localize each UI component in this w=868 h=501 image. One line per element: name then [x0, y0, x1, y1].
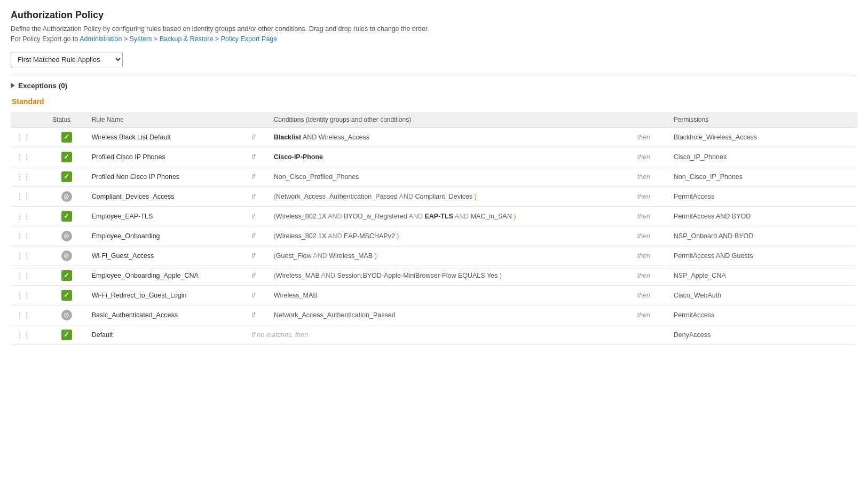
- drag-handle[interactable]: ⋮⋮: [11, 226, 47, 246]
- if-keyword: if: [252, 213, 255, 220]
- rule-name: Profiled Cisco IP Phones: [86, 147, 247, 167]
- status-check-green: ✓: [61, 211, 72, 222]
- triangle-icon: [11, 83, 15, 88]
- table-row: ⋮⋮✓Employee_Onboarding_Apple_CNAif(Wirel…: [11, 265, 857, 285]
- page-description: Define the Authorization Policy by confi…: [11, 24, 857, 44]
- drag-icon: ⋮⋮: [16, 133, 32, 142]
- if-label: if: [247, 226, 269, 246]
- backup-restore-link[interactable]: Backup & Restore: [160, 35, 214, 43]
- policy-export-link[interactable]: Policy Export Page: [221, 35, 278, 43]
- status-cell: ✓: [47, 167, 86, 186]
- if-keyword: if: [252, 311, 255, 319]
- status-cell: ✓: [47, 265, 86, 285]
- conditions-cell: Cisco-IP-Phone: [269, 147, 632, 167]
- rule-name: Compliant_Devices_Access: [86, 186, 247, 206]
- drag-icon: ⋮⋮: [16, 192, 32, 201]
- condition-text: BYOD_is_Registered: [344, 213, 407, 220]
- status-cell: ✓: [47, 206, 86, 226]
- then-label: then: [632, 285, 668, 305]
- table-row: ⋮⋮✓Wireless Black List DefaultifBlacklis…: [11, 127, 857, 147]
- drag-icon: ⋮⋮: [16, 291, 32, 300]
- rule-name: Wireless Black List Default: [86, 127, 247, 147]
- condition-text: EAP-TLS: [424, 213, 453, 220]
- condition-and: AND: [312, 252, 329, 260]
- drag-icon: ⋮⋮: [16, 212, 32, 221]
- status-cell: ✓: [47, 127, 86, 147]
- if-keyword: if: [252, 193, 255, 200]
- then-label: then: [632, 305, 668, 325]
- conditions-cell: (Network_Access_Authentication_Passed AN…: [269, 186, 632, 206]
- permission-value: PermitAccess AND BYOD: [674, 213, 751, 220]
- permission-value: NSP_Onboard AND BYOD: [674, 232, 753, 240]
- if-label: if: [247, 167, 269, 186]
- permission-value: PermitAccess: [674, 193, 714, 200]
- drag-handle[interactable]: ⋮⋮: [11, 167, 47, 186]
- rule-name: Profiled Non Cisco IP Phones: [86, 167, 247, 186]
- drag-handle[interactable]: ⋮⋮: [11, 147, 47, 167]
- if-keyword: if: [252, 252, 255, 260]
- conditions-cell: (Wireless_802.1X AND EAP-MSCHAPv2 ): [269, 226, 632, 246]
- condition-text: AND Wireless_Access: [301, 134, 369, 141]
- col-perm-header: Permissions: [668, 112, 857, 128]
- then-label: then: [632, 147, 668, 167]
- if-label: if: [247, 305, 269, 325]
- then-keyword: then: [637, 173, 650, 181]
- if-label: if: [247, 265, 269, 285]
- drag-handle[interactable]: ⋮⋮: [11, 127, 47, 147]
- status-cell: ⊘: [47, 246, 86, 265]
- condition-text: MAC_in_SAN: [471, 213, 512, 220]
- drag-icon: ⋮⋮: [16, 331, 32, 339]
- condition-text: Compliant_Devices: [415, 193, 472, 200]
- permissions-cell: PermitAccess: [668, 305, 857, 325]
- drag-icon: ⋮⋮: [16, 232, 32, 240]
- status-check-gray: ⊘: [61, 310, 72, 320]
- drag-handle[interactable]: ⋮⋮: [11, 325, 47, 345]
- status-cell: ⊘: [47, 186, 86, 206]
- drag-handle[interactable]: ⋮⋮: [11, 265, 47, 285]
- conditions-cell: Wireless_MAB: [269, 285, 632, 305]
- drag-handle[interactable]: ⋮⋮: [11, 305, 47, 325]
- condition-and: AND: [407, 213, 425, 220]
- conditions-cell: Network_Access_Authentication_Passed: [269, 305, 632, 325]
- if-label: if: [247, 285, 269, 305]
- condition-text: Guest_Flow: [276, 252, 312, 260]
- table-row: ⋮⋮✓Wi-Fi_Redirect_to_Guest_LoginifWirele…: [11, 285, 857, 305]
- conditions-cell: (Wireless_802.1X AND BYOD_is_Registered …: [269, 206, 632, 226]
- status-cell: ⊘: [47, 226, 86, 246]
- condition-text: Wireless_MAB: [276, 272, 320, 279]
- condition-text: Network_Access_Authentication_Passed: [276, 193, 398, 200]
- if-label: if no matches, then: [247, 325, 668, 345]
- permission-value: Non_Cisco_IP_Phones: [674, 173, 743, 181]
- col-name-header: Rule Name: [86, 112, 247, 128]
- then-label: then: [632, 206, 668, 226]
- rule-select[interactable]: First Matched Rule AppliesAll Matched Ru…: [11, 52, 123, 67]
- permissions-cell: PermitAccess: [668, 186, 857, 206]
- drag-handle[interactable]: ⋮⋮: [11, 206, 47, 226]
- if-keyword: if: [252, 292, 255, 299]
- rule-name: Default: [86, 325, 247, 345]
- conditions-cell: (Wireless_MAB AND Session:BYOD-Apple-Min…: [269, 265, 632, 285]
- system-link[interactable]: System: [130, 35, 152, 43]
- permission-value: PermitAccess AND Guests: [674, 252, 753, 260]
- drag-handle[interactable]: ⋮⋮: [11, 246, 47, 265]
- exceptions-toggle[interactable]: Exceptions (0): [11, 82, 857, 90]
- condition-text: ): [512, 213, 516, 220]
- admin-link[interactable]: Administration: [80, 35, 122, 43]
- then-keyword: then: [637, 311, 650, 319]
- then-keyword: then: [637, 232, 650, 240]
- if-label: if: [247, 206, 269, 226]
- if-keyword: if: [252, 153, 255, 161]
- page-title: Authorization Policy: [11, 10, 857, 21]
- condition-text: Cisco-IP-Phone: [274, 153, 323, 161]
- drag-handle[interactable]: ⋮⋮: [11, 285, 47, 305]
- if-label: if: [247, 186, 269, 206]
- status-check-green: ✓: [61, 152, 72, 162]
- condition-and: AND: [398, 193, 415, 200]
- rule-name: Basic_Authenticated_Access: [86, 305, 247, 325]
- if-label: if: [247, 246, 269, 265]
- drag-handle[interactable]: ⋮⋮: [11, 186, 47, 206]
- condition-text: Blacklist: [274, 134, 301, 141]
- table-row: ⋮⋮✓Employee_EAP-TLSif(Wireless_802.1X AN…: [11, 206, 857, 226]
- then-keyword: then: [637, 153, 650, 161]
- status-cell: ✓: [47, 285, 86, 305]
